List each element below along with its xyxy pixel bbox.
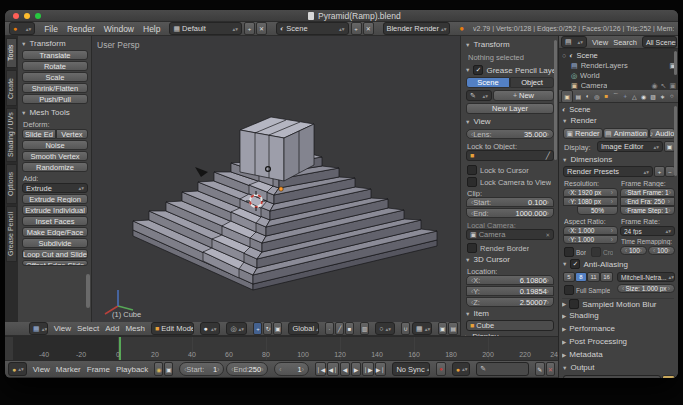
lock-camera-checkbox[interactable] (467, 177, 477, 187)
render-border-row[interactable]: Render Border (467, 243, 529, 253)
subdivide-button[interactable]: Subdivide (22, 238, 88, 248)
push-pull-button[interactable]: Push/Pull (22, 94, 88, 104)
tab-world[interactable]: ◎ (593, 91, 601, 101)
start-frame-field[interactable]: ‹Start Frame: 1› (620, 188, 675, 197)
tab-create[interactable]: Create (6, 70, 17, 106)
vertex-slide-button[interactable]: Vertex (56, 129, 88, 139)
post-processing-panel-header[interactable]: ▶Post Processing (562, 337, 674, 346)
item-name-field[interactable]: ■Cube (466, 320, 554, 331)
outliner-menu-search[interactable]: Search (613, 38, 637, 47)
aa-samples-5-button[interactable]: 5 (563, 272, 575, 282)
tab-object-data[interactable]: △ (630, 91, 638, 101)
tab-options[interactable]: Options (6, 164, 17, 204)
clip-end-field[interactable]: ‹End:1000.000› (466, 208, 554, 218)
fps-select[interactable]: 24 fps▴▾ (620, 226, 675, 236)
resolution-y-field[interactable]: ‹Y: 1080 px› (563, 197, 618, 206)
grease-pencil-checkbox[interactable]: ✓ (473, 65, 483, 75)
cursor-y-field[interactable]: ‹Y:0.19854› (466, 286, 554, 296)
tab-render-layers[interactable]: ▤ (574, 91, 582, 101)
item-panel-header[interactable]: ▼Item (465, 309, 555, 318)
extrude-dropdown[interactable]: Extrude▴▾ (22, 183, 88, 193)
performance-panel-header[interactable]: ▶Performance (562, 324, 674, 333)
sync-mode-select[interactable]: No Sync▴▾ (392, 362, 430, 376)
vertex-select-button[interactable]: ∙ (325, 322, 334, 335)
screen-layout-select[interactable]: ▦Default▴▾ (169, 22, 241, 35)
tab-render[interactable]: ▣ (561, 90, 573, 103)
opengl-render-button[interactable]: ▣ (438, 322, 448, 335)
tab-shading-uvs[interactable]: Shading / UVs (6, 108, 17, 162)
timeline-ruler[interactable]: -40 -20 0 20 40 60 80 100 120 140 160 18… (5, 336, 558, 360)
render-border-checkbox[interactable] (467, 243, 477, 253)
crop-checkbox-row[interactable]: Cro (591, 247, 613, 257)
border-checkbox-row[interactable]: Bor (564, 247, 586, 257)
restrict-select-icon[interactable]: ↖ (661, 82, 667, 90)
editor-type-info-button[interactable]: ●▴▾ (9, 22, 35, 35)
tab-particles[interactable]: ∗ (658, 91, 666, 101)
next-keyframe-button[interactable]: ❘▶ (362, 362, 374, 376)
mesh-tools-panel-header[interactable]: ▼Mesh Tools (21, 108, 89, 117)
menu-render[interactable]: Render (67, 24, 95, 34)
gp-object-tab[interactable]: Object (510, 77, 554, 88)
render-panel-header[interactable]: ▼Render (562, 116, 674, 125)
frame-end-field[interactable]: ‹End:250› (226, 362, 268, 376)
orientation-select[interactable]: Global▴▾ (288, 322, 319, 335)
vp-menu-add[interactable]: Add (105, 324, 119, 333)
shading-panel-header[interactable]: ▶Shading (562, 311, 674, 320)
full-sample-row[interactable]: Full Sample (564, 285, 610, 295)
aa-size-field[interactable]: ‹Size: 1.000 px› (617, 284, 675, 293)
properties-scrollbar[interactable] (674, 106, 677, 176)
outliner-scrollbar[interactable] (674, 51, 677, 75)
full-sample-checkbox[interactable] (564, 285, 574, 295)
tab-material[interactable]: ◉ (640, 91, 648, 101)
minimize-traffic-button[interactable] (24, 13, 30, 19)
outliner-row-renderlayers[interactable]: ▤RenderLayers▣ (571, 61, 676, 70)
tab-grease-pencil[interactable]: Grease Pencil (6, 206, 17, 262)
render-button[interactable]: ▣Render (563, 128, 603, 139)
jump-to-start-button[interactable]: ❘◀ (315, 362, 327, 376)
preset-add-button[interactable]: + (654, 166, 665, 177)
frame-step-field[interactable]: ‹Frame Step: 1› (620, 206, 675, 215)
close-traffic-button[interactable] (13, 13, 19, 19)
cursor-panel-header[interactable]: ▼3D Cursor (465, 255, 555, 264)
lock-time-button[interactable]: ▣ (164, 362, 173, 376)
tab-physics[interactable]: ○ (668, 91, 676, 101)
tab-scene[interactable]: ◐ (583, 91, 591, 101)
prev-keyframe-button[interactable]: ◀❘ (327, 362, 339, 376)
opengl-render-anim-button[interactable]: ▤ (448, 322, 458, 335)
lock-to-cursor-checkbox[interactable] (467, 165, 477, 175)
face-select-button[interactable]: ■ (345, 322, 354, 335)
add-layout-button[interactable]: + (244, 22, 255, 35)
vp-menu-view[interactable]: View (54, 324, 71, 333)
tab-texture[interactable]: ▨ (649, 91, 657, 101)
render-animation-button[interactable]: ▤Animation (603, 128, 649, 139)
tl-menu-playback[interactable]: Playback (116, 365, 148, 374)
tab-object[interactable]: ■ (602, 91, 610, 101)
aa-filter-select[interactable]: Mitchell-Netra...▴▾ (617, 272, 675, 282)
make-edge-face-button[interactable]: Make Edge/Face (22, 227, 88, 237)
smooth-vertex-button[interactable]: Smooth Vertex (22, 151, 88, 161)
lock-object-field[interactable]: ■╱ (466, 150, 554, 161)
menu-help[interactable]: Help (143, 24, 160, 34)
mode-select[interactable]: ■Edit Mode▴▾ (151, 322, 194, 335)
delete-layout-button[interactable]: ✕ (256, 22, 267, 35)
remap-new-field[interactable]: ‹100› (648, 246, 675, 255)
aspect-y-field[interactable]: ‹Y: 1.000› (563, 235, 618, 244)
manipulator-scale-button[interactable]: ▣ (273, 322, 282, 335)
motion-blur-checkbox[interactable] (569, 299, 579, 309)
remap-old-field[interactable]: ‹100› (620, 246, 647, 255)
resolution-x-field[interactable]: ‹X: 1920 px› (563, 188, 618, 197)
clip-start-field[interactable]: ‹Start:0.100› (466, 197, 554, 207)
noise-button[interactable]: Noise (22, 140, 88, 150)
gp-new-button[interactable]: +New (493, 90, 554, 101)
tl-menu-frame[interactable]: Frame (87, 365, 110, 374)
proportional-edit-select[interactable]: ○▴▾ (375, 322, 395, 335)
lock-to-cursor-row[interactable]: Lock to Cursor (467, 165, 529, 175)
output-path-field[interactable]: /tmp/ (563, 375, 661, 378)
crop-checkbox[interactable] (591, 247, 601, 257)
local-camera-field[interactable]: ▣Camera✕ (466, 229, 554, 240)
play-button[interactable]: ▶ (351, 362, 361, 376)
vp-menu-mesh[interactable]: Mesh (125, 324, 145, 333)
grease-pencil-header[interactable]: ▼✓Grease Pencil Layers (465, 65, 557, 75)
tl-menu-marker[interactable]: Marker (56, 365, 81, 374)
lock-camera-row[interactable]: Lock Camera to View (467, 177, 551, 187)
